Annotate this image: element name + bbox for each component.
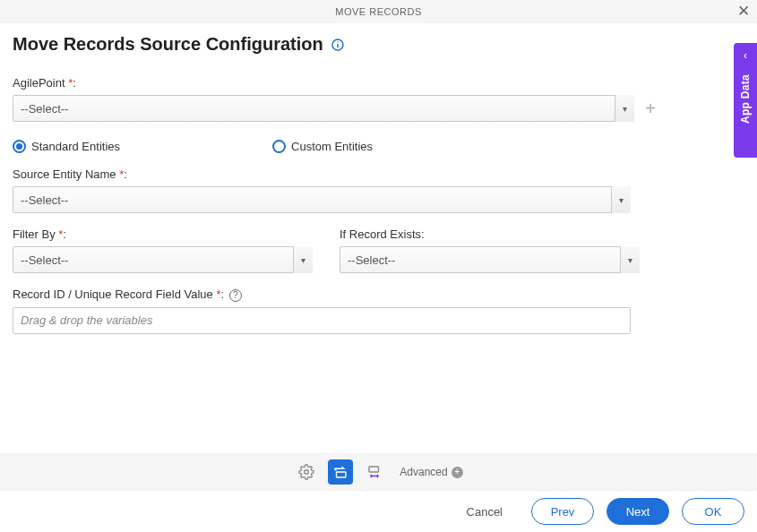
if-record-exists-select[interactable]: --Select-- — [340, 246, 640, 273]
chevron-down-icon — [293, 246, 313, 273]
chevron-down-icon — [620, 246, 640, 273]
svg-rect-5 — [369, 467, 379, 472]
info-icon[interactable] — [331, 38, 345, 52]
svg-rect-4 — [337, 472, 347, 477]
cancel-button[interactable]: Cancel — [451, 498, 519, 525]
window-titlebar: MOVE RECORDS ✕ — [0, 0, 757, 23]
bottom-toolbar: Advanced + — [0, 453, 757, 491]
prev-button[interactable]: Prev — [531, 498, 594, 525]
svg-point-2 — [337, 41, 338, 42]
footer: Cancel Prev Next OK — [0, 491, 757, 532]
agilepoint-field: AgilePoint *: --Select-- + — [13, 76, 744, 122]
advanced-button[interactable]: Advanced + — [400, 466, 462, 478]
filter-by-select[interactable]: --Select-- — [13, 246, 313, 273]
source-config-button[interactable] — [328, 459, 353, 485]
next-button[interactable]: Next — [606, 498, 669, 525]
source-entity-select[interactable]: --Select-- — [13, 186, 631, 213]
radio-unchecked-icon — [272, 140, 286, 153]
page-title-row: Move Records Source Configuration — [13, 34, 744, 55]
chevron-left-icon: ‹ — [744, 48, 747, 62]
ok-button[interactable]: OK — [682, 498, 744, 525]
app-data-panel-toggle[interactable]: ‹ App Data — [734, 43, 757, 158]
window-title: MOVE RECORDS — [335, 6, 421, 17]
filter-exists-row: Filter By *: --Select-- If Record Exists… — [13, 227, 744, 273]
app-data-label: App Data — [739, 74, 752, 124]
page-title: Move Records Source Configuration — [13, 34, 323, 55]
radio-custom-entities[interactable]: Custom Entities — [272, 140, 373, 153]
chevron-down-icon — [611, 186, 631, 213]
agilepoint-select[interactable]: --Select-- — [13, 95, 634, 122]
if-record-exists-label: If Record Exists: — [340, 227, 640, 241]
plus-icon: + — [452, 467, 463, 478]
settings-button[interactable] — [294, 459, 319, 485]
record-id-label: Record ID / Unique Record Field Value *:… — [13, 287, 744, 302]
target-config-button[interactable] — [362, 459, 387, 485]
radio-standard-entities[interactable]: Standard Entities — [13, 140, 120, 153]
content-area: Move Records Source Configuration AgileP… — [0, 23, 757, 334]
radio-checked-icon — [13, 140, 26, 153]
source-entity-label: Source Entity Name *: — [13, 167, 744, 181]
add-button[interactable]: + — [643, 101, 658, 116]
record-id-input[interactable] — [13, 307, 631, 334]
entity-type-radios: Standard Entities Custom Entities — [13, 140, 744, 153]
source-entity-field: Source Entity Name *: --Select-- — [13, 167, 744, 213]
svg-point-3 — [305, 470, 309, 475]
chevron-down-icon — [615, 95, 634, 122]
close-icon[interactable]: ✕ — [737, 4, 751, 19]
agilepoint-label: AgilePoint *: — [13, 76, 744, 90]
help-icon[interactable]: ? — [229, 289, 242, 302]
record-id-field: Record ID / Unique Record Field Value *:… — [13, 287, 744, 334]
filter-by-label: Filter By *: — [13, 227, 313, 241]
